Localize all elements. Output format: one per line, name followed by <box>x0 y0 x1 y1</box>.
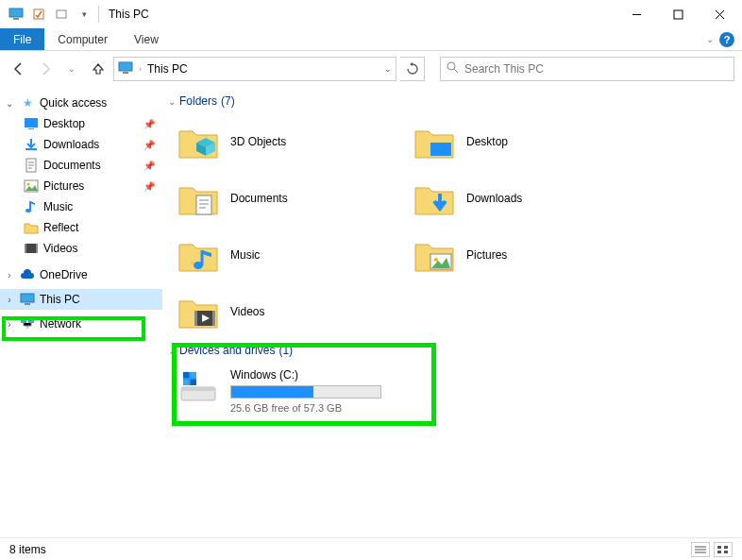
address-dropdown-icon[interactable]: ⌄ <box>384 64 392 74</box>
documents-icon <box>23 157 40 174</box>
folder-icon <box>23 219 40 236</box>
folder-pictures[interactable]: Pictures <box>404 227 640 283</box>
svg-rect-16 <box>25 244 26 253</box>
maximize-button[interactable] <box>657 1 699 27</box>
folder-label: Downloads <box>466 192 522 205</box>
folder-music[interactable]: Music <box>168 227 404 283</box>
new-folder-button[interactable] <box>51 4 72 25</box>
window-title: This PC <box>109 8 149 21</box>
back-button[interactable] <box>8 58 30 80</box>
sidebar-onedrive[interactable]: › OneDrive <box>0 264 162 285</box>
folder-desktop[interactable]: Desktop <box>404 113 640 170</box>
quick-access-icon: ★ <box>19 94 36 111</box>
file-tab[interactable]: File <box>0 28 44 50</box>
videos-icon <box>23 240 40 257</box>
title-bar: ▾ This PC <box>0 0 742 28</box>
svg-point-24 <box>194 262 203 269</box>
desktop-icon <box>23 115 40 132</box>
svg-rect-6 <box>123 72 128 74</box>
svg-rect-21 <box>28 318 34 323</box>
chevron-down-icon[interactable]: ⌄ <box>168 96 176 107</box>
sidebar-item-label: OneDrive <box>40 268 159 281</box>
svg-rect-10 <box>25 148 37 150</box>
close-button[interactable] <box>699 1 740 27</box>
svg-rect-5 <box>119 62 132 71</box>
sidebar-item-reflect[interactable]: Reflect <box>0 217 162 238</box>
navigation-pane: ⌄ ★ Quick access Desktop 📌 Downloads 📌 D… <box>0 87 162 537</box>
svg-point-14 <box>25 209 31 212</box>
search-icon <box>447 61 459 76</box>
svg-rect-15 <box>25 244 38 253</box>
cloud-icon <box>19 266 36 283</box>
properties-button[interactable] <box>28 4 49 25</box>
folder-icon <box>176 176 221 221</box>
pin-icon: 📌 <box>143 161 159 171</box>
up-button[interactable] <box>87 58 110 80</box>
recent-locations-button[interactable]: ⌄ <box>60 58 83 80</box>
view-tab[interactable]: View <box>121 28 172 50</box>
music-icon <box>23 198 40 215</box>
quick-access-toolbar: ▾ <box>6 4 94 25</box>
folder-downloads[interactable]: Downloads <box>404 170 640 227</box>
group-count: (7) <box>221 94 235 108</box>
sidebar-item-music[interactable]: Music <box>0 196 162 217</box>
folder-3d-objects[interactable]: 3D Objects <box>168 113 404 170</box>
chevron-right-icon[interactable]: › <box>4 295 15 305</box>
folder-label: Videos <box>230 305 264 318</box>
svg-rect-20 <box>21 318 26 323</box>
svg-rect-17 <box>36 244 38 253</box>
svg-rect-29 <box>212 311 215 326</box>
folder-documents[interactable]: Documents <box>168 170 404 227</box>
group-header-folders[interactable]: ⌄ Folders (7) <box>168 94 742 108</box>
folder-videos[interactable]: Videos <box>168 283 404 340</box>
separator <box>98 6 99 23</box>
address-bar[interactable]: › This PC ⌄ <box>113 57 396 81</box>
svg-rect-18 <box>21 294 34 302</box>
pc-icon <box>19 291 36 308</box>
sidebar-network[interactable]: › Network <box>0 314 162 334</box>
search-input[interactable]: Search This PC <box>440 57 734 81</box>
sidebar-item-downloads[interactable]: Downloads 📌 <box>0 134 162 155</box>
details-view-button[interactable] <box>691 542 710 557</box>
folder-icon <box>176 119 221 164</box>
forward-button[interactable] <box>34 58 57 80</box>
pin-icon: 📌 <box>143 119 159 129</box>
chevron-right-icon[interactable]: › <box>4 270 15 280</box>
folder-icon <box>412 119 457 164</box>
group-title: Folders <box>179 94 217 108</box>
refresh-button[interactable] <box>400 57 425 81</box>
chevron-right-icon[interactable]: › <box>4 319 15 330</box>
minimize-button[interactable] <box>616 1 657 27</box>
svg-rect-4 <box>674 10 683 19</box>
ribbon-collapse-icon[interactable]: ⌄ <box>706 34 714 44</box>
sidebar-quick-access[interactable]: ⌄ ★ Quick access <box>0 93 162 113</box>
help-button[interactable]: ? <box>719 32 734 47</box>
computer-tab[interactable]: Computer <box>44 28 121 50</box>
svg-rect-2 <box>34 9 43 19</box>
sidebar-item-pictures[interactable]: Pictures 📌 <box>0 176 162 196</box>
highlight-drive <box>172 343 436 426</box>
svg-rect-1 <box>13 18 19 20</box>
svg-rect-40 <box>724 551 728 553</box>
svg-rect-39 <box>717 551 721 553</box>
folder-label: Desktop <box>466 135 508 148</box>
content-pane: ⌄ Folders (7) 3D Objects Desktop Documen… <box>162 87 742 537</box>
svg-rect-28 <box>194 311 197 326</box>
ribbon: File Computer View ⌄ ? <box>0 28 742 51</box>
breadcrumb-chevron-icon[interactable]: › <box>139 64 142 74</box>
pictures-icon <box>23 178 40 195</box>
breadcrumb[interactable]: This PC <box>147 62 188 76</box>
sidebar-item-label: Reflect <box>43 221 159 234</box>
svg-rect-37 <box>717 546 721 549</box>
pin-icon: 📌 <box>143 181 159 192</box>
sidebar-this-pc[interactable]: › This PC <box>0 289 162 310</box>
sidebar-item-documents[interactable]: Documents 📌 <box>0 155 162 176</box>
qat-dropdown[interactable]: ▾ <box>74 4 94 25</box>
icons-view-button[interactable] <box>714 542 733 557</box>
sidebar-item-label: Documents <box>43 159 140 172</box>
folder-grid: 3D Objects Desktop Documents Downloads M… <box>168 113 697 340</box>
folder-label: 3D Objects <box>230 135 286 148</box>
sidebar-item-desktop[interactable]: Desktop 📌 <box>0 113 162 134</box>
sidebar-item-videos[interactable]: Videos <box>0 238 162 259</box>
chevron-down-icon[interactable]: ⌄ <box>4 98 15 109</box>
